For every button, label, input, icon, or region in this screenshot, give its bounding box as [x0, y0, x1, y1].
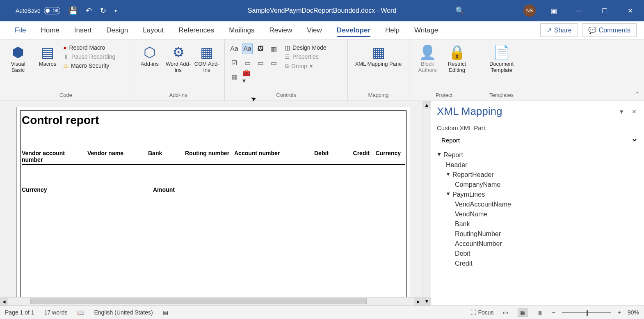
word-count[interactable]: 17 words: [44, 309, 68, 316]
tree-node-credit[interactable]: Credit: [437, 259, 638, 269]
maximize-icon[interactable]: ☐: [597, 7, 612, 15]
visual-basic-button[interactable]: ⬢ Visual Basic: [4, 42, 32, 75]
tab-home[interactable]: Home: [33, 21, 66, 39]
tab-layout[interactable]: Layout: [135, 21, 171, 39]
title-bar: AutoSave Off 💾 ↶ ↻ ▾ SampleVendPaymDocRe…: [0, 0, 644, 21]
word-addins-button[interactable]: ⚙Word Add-ins: [165, 42, 192, 75]
group-code: ⬢ Visual Basic ▤ Macros ●Record Macro ⏸P…: [0, 39, 132, 101]
group-templates: 📄Document Template Templates: [479, 39, 524, 101]
tree-node-company-name[interactable]: CompanyName: [437, 180, 638, 190]
tab-design[interactable]: Design: [99, 21, 135, 39]
restrict-editing-button[interactable]: 🔒Restrict Editing: [443, 42, 471, 75]
tab-review[interactable]: Review: [262, 21, 300, 39]
macros-button[interactable]: ▤ Macros: [34, 42, 62, 69]
zoom-in-icon[interactable]: +: [618, 309, 621, 316]
date-control-icon[interactable]: ▭: [268, 57, 279, 68]
share-button[interactable]: ↗Share: [540, 23, 578, 37]
node-label: Header: [446, 161, 467, 169]
tree-node-account-number[interactable]: AccountNumber: [437, 239, 638, 249]
custom-xml-part-select[interactable]: Report: [437, 134, 638, 146]
autosave-toggle[interactable]: Off: [44, 7, 60, 14]
minimize-icon[interactable]: —: [572, 7, 587, 14]
tree-node-paym-lines[interactable]: ▶PaymLines: [437, 190, 638, 200]
tab-help[interactable]: Help: [378, 21, 407, 39]
collapse-ribbon-icon[interactable]: ⌃: [635, 91, 640, 97]
group-templates-label: Templates: [483, 90, 520, 101]
title-right: NS ▣ — ☐ ✕: [523, 5, 644, 17]
tree-node-header[interactable]: Header: [437, 160, 638, 170]
design-mode-button[interactable]: ◫Design Mode: [285, 44, 327, 51]
tree-node-bank[interactable]: Bank: [437, 219, 638, 229]
pane-options-icon[interactable]: ▼: [617, 107, 626, 117]
building-block-control-icon[interactable]: ▥: [268, 44, 279, 54]
redo-icon[interactable]: ↻: [100, 6, 106, 15]
language-indicator[interactable]: English (United States): [94, 309, 153, 316]
web-layout-icon[interactable]: ▥: [535, 308, 546, 317]
search-icon[interactable]: 🔍: [455, 6, 464, 15]
vscroll-down-icon[interactable]: ▼: [423, 297, 431, 305]
hscroll-left-icon[interactable]: ◄: [0, 298, 8, 305]
combobox-control-icon[interactable]: ▭: [242, 57, 253, 68]
rich-text-control-icon[interactable]: Aa: [229, 44, 240, 54]
legacy-tools-icon[interactable]: 🧰▾: [242, 71, 253, 82]
document-pane[interactable]: Control report Vendor account number Ven…: [0, 101, 422, 305]
group-addins: ⬡Add-ins ⚙Word Add-ins ▦COM Add-ins Add-…: [132, 39, 225, 101]
comments-button[interactable]: 💬Comments: [582, 23, 637, 37]
plain-text-control-icon[interactable]: Aa: [242, 44, 253, 54]
save-icon[interactable]: 💾: [69, 6, 78, 15]
tree-node-report-header[interactable]: ▶ReportHeader: [437, 170, 638, 180]
tab-references[interactable]: References: [171, 21, 222, 39]
tab-mailings[interactable]: Mailings: [222, 21, 262, 39]
hscroll-track[interactable]: [8, 298, 414, 305]
undo-icon[interactable]: ↶: [86, 6, 92, 15]
tab-insert[interactable]: Insert: [67, 21, 99, 39]
tab-developer[interactable]: Developer: [329, 21, 378, 39]
proofing-icon[interactable]: 📖: [77, 309, 84, 316]
tree-node-debit[interactable]: Debit: [437, 249, 638, 259]
zoom-out-icon[interactable]: −: [552, 309, 555, 316]
vertical-scrollbar[interactable]: ▲ ▼: [422, 101, 431, 305]
horizontal-scrollbar[interactable]: ◄ ►: [0, 297, 422, 305]
tab-writage[interactable]: Writage: [407, 21, 445, 39]
record-macro-button[interactable]: ●Record Macro: [63, 44, 115, 51]
addins-button[interactable]: ⬡Add-ins: [136, 42, 163, 69]
tree-node-report[interactable]: ▶Report: [437, 150, 638, 160]
group-btn-label: Group: [291, 63, 307, 69]
col-vendor-account: Vendor account number: [22, 150, 87, 163]
print-layout-icon[interactable]: ▦: [518, 308, 528, 317]
zoom-slider[interactable]: [562, 312, 611, 313]
slider-knob[interactable]: [587, 310, 588, 316]
dropdown-control-icon[interactable]: ▭: [255, 57, 266, 68]
close-icon[interactable]: ✕: [623, 7, 637, 15]
tab-file[interactable]: File: [7, 21, 33, 39]
focus-mode-button[interactable]: ⛶Focus: [470, 309, 493, 316]
user-avatar[interactable]: NS: [523, 5, 536, 17]
table-header-row: Vendor account number Vendor name Bank R…: [22, 150, 405, 165]
picture-control-icon[interactable]: 🖼: [255, 44, 266, 54]
com-addins-button[interactable]: ▦COM Add-ins: [193, 42, 220, 75]
pane-close-icon[interactable]: ✕: [630, 107, 638, 117]
macro-indicator-icon[interactable]: ▤: [163, 309, 168, 316]
tab-view[interactable]: View: [299, 21, 329, 39]
zoom-value[interactable]: 90%: [628, 309, 639, 316]
vscroll-up-icon[interactable]: ▲: [423, 101, 431, 109]
repeating-control-icon[interactable]: ▦: [229, 71, 240, 82]
autosave[interactable]: AutoSave Off: [16, 7, 60, 14]
xml-mapping-pane-button[interactable]: ▦ XML Mapping Pane: [352, 42, 405, 69]
ribbon-display-icon[interactable]: ▣: [546, 7, 561, 15]
document-template-button[interactable]: 📄Document Template: [483, 42, 520, 75]
tree-node-vend-name[interactable]: VendName: [437, 209, 638, 219]
checkbox-control-icon[interactable]: ☑: [229, 57, 240, 68]
pane-title: XML Mapping: [437, 105, 502, 118]
read-mode-icon[interactable]: ▭: [500, 308, 511, 317]
restrict-editing-label: Restrict Editing: [444, 61, 470, 73]
hscroll-right-icon[interactable]: ►: [414, 298, 422, 305]
qat-customize-icon[interactable]: ▾: [114, 8, 117, 14]
macro-security-button[interactable]: ⚠Macro Security: [63, 62, 115, 69]
vscroll-track[interactable]: [423, 109, 431, 297]
hscroll-thumb[interactable]: [30, 298, 367, 304]
page-indicator[interactable]: Page 1 of 1: [5, 309, 34, 316]
tree-node-routing-number[interactable]: RoutingNumber: [437, 229, 638, 239]
tree-node-vend-account-name[interactable]: VendAccountName: [437, 200, 638, 209]
group-protect: 👤Block Authors 🔒Restrict Editing Protect: [409, 39, 479, 101]
